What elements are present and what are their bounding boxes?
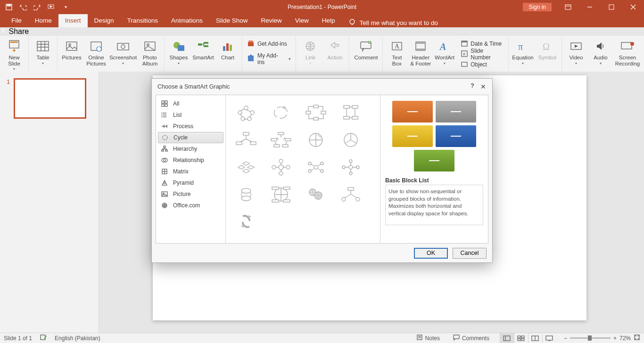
dialog-close-button[interactable]: ✕ [478, 82, 488, 92]
normal-view-button[interactable] [500, 333, 514, 343]
category-matrix[interactable]: Matrix [156, 166, 225, 177]
category-hierarchy[interactable]: Hierarchy [156, 143, 225, 155]
table-button[interactable]: Table ▾ [32, 38, 54, 65]
tab-slideshow[interactable]: Slide Show [209, 14, 255, 27]
qat-customize-icon[interactable]: ▾ [60, 2, 71, 12]
comment-button[interactable]: Comment [352, 38, 380, 61]
symbol-button[interactable]: Ω Symbol [536, 38, 559, 61]
maximize-button[interactable] [601, 0, 622, 14]
tab-insert[interactable]: Insert [58, 14, 88, 27]
tab-transitions[interactable]: Transitions [121, 14, 165, 27]
tab-home[interactable]: Home [28, 14, 58, 27]
slideshow-view-button[interactable] [542, 333, 556, 343]
gallery-item[interactable] [230, 182, 263, 207]
reading-view-button[interactable] [528, 333, 542, 343]
gallery-item[interactable] [230, 100, 263, 125]
gallery-item[interactable] [299, 100, 332, 125]
ribbon-display-options-icon[interactable] [557, 0, 579, 14]
gallery-item[interactable] [299, 182, 332, 207]
spell-check-icon[interactable] [40, 334, 47, 342]
my-addins-button[interactable]: My Add-ins▾ [245, 54, 293, 64]
start-from-beginning-icon[interactable] [46, 2, 57, 12]
zoom-level[interactable]: 72% [619, 335, 631, 342]
equation-button[interactable]: π Equation ▾ [512, 38, 534, 65]
screenshot-button[interactable]: Screenshot ▾ [109, 38, 137, 65]
cancel-button[interactable]: Cancel [453, 248, 487, 259]
slide-counter[interactable]: Slide 1 of 1 [4, 335, 32, 342]
gallery-item[interactable] [264, 100, 297, 125]
comments-button[interactable]: Comments [450, 334, 492, 342]
smartart-button[interactable]: SmartArt [192, 38, 215, 61]
dialog-help-button[interactable]: ? [471, 82, 474, 89]
object-button[interactable]: Object [459, 59, 505, 70]
gallery-item[interactable] [334, 182, 367, 207]
gallery-item[interactable] [334, 100, 367, 125]
svg-rect-120 [283, 200, 290, 202]
gallery-item[interactable] [264, 182, 297, 207]
wordart-button[interactable]: A WordArt ▾ [434, 38, 456, 65]
zoom-slider[interactable] [570, 337, 611, 339]
category-cycle[interactable]: Cycle [158, 132, 223, 143]
svg-point-11 [69, 44, 71, 46]
category-relationship[interactable]: Relationship [156, 155, 225, 166]
tab-file[interactable]: File [5, 14, 28, 27]
close-button[interactable] [622, 0, 644, 14]
language-status[interactable]: English (Pakistan) [55, 335, 100, 342]
tab-design[interactable]: Design [88, 14, 121, 27]
slide-thumbnail[interactable] [14, 78, 86, 119]
svg-point-102 [279, 172, 283, 175]
gallery-item[interactable] [299, 127, 332, 153]
tell-me-search[interactable]: Tell me what you want to do [342, 18, 438, 27]
category-pyramid[interactable]: Pyramid [156, 177, 225, 188]
zoom-out-button[interactable]: − [564, 335, 567, 342]
gallery-item[interactable] [230, 127, 263, 153]
zoom-in-button[interactable]: + [613, 335, 617, 342]
undo-icon[interactable] [18, 2, 28, 12]
gallery-item[interactable] [264, 155, 297, 180]
header-footer-button[interactable]: Header & Footer [410, 38, 432, 66]
smartart-gallery[interactable] [226, 95, 380, 243]
redo-icon[interactable] [32, 2, 42, 12]
gallery-item[interactable] [230, 155, 263, 180]
gallery-item[interactable] [334, 127, 367, 153]
gallery-item[interactable] [230, 209, 263, 235]
get-addins-label: Get Add-ins [257, 41, 287, 47]
category-all[interactable]: All [156, 98, 225, 109]
gallery-item[interactable] [299, 155, 332, 180]
gallery-item[interactable] [334, 155, 367, 180]
gallery-item[interactable] [264, 127, 297, 153]
save-icon[interactable] [4, 2, 14, 12]
get-addins-button[interactable]: Get Add-ins [245, 39, 293, 49]
category-process[interactable]: Process [156, 121, 225, 132]
svg-rect-96 [282, 145, 288, 147]
link-button[interactable]: Link ▾ [299, 38, 322, 65]
sign-in-button[interactable]: Sign in [523, 3, 552, 11]
category-office-com[interactable]: Office.com [156, 200, 225, 211]
shapes-button[interactable]: Shapes ▾ [167, 38, 190, 65]
new-slide-button[interactable]: New Slide ▾ [3, 38, 25, 72]
screen-recording-button[interactable]: Screen Recording [614, 38, 641, 66]
tab-view[interactable]: View [289, 14, 315, 27]
ok-button[interactable]: OK [414, 248, 448, 259]
video-button[interactable]: Video ▾ [565, 38, 587, 65]
pictures-button[interactable]: Pictures [60, 38, 83, 61]
category-list-item[interactable]: List [156, 109, 225, 121]
photo-album-button[interactable]: Photo Album [139, 38, 161, 66]
action-button[interactable]: Action [323, 38, 346, 61]
thumbnail-pane[interactable]: 1 [0, 72, 99, 333]
tab-animations[interactable]: Animations [165, 14, 209, 27]
tab-help[interactable]: Help [315, 14, 342, 27]
slide-sorter-view-button[interactable] [514, 333, 528, 343]
minimize-button[interactable] [579, 0, 601, 14]
category-picture[interactable]: Picture [156, 188, 225, 200]
audio-button[interactable]: Audio ▾ [589, 38, 612, 65]
fit-to-window-button[interactable] [634, 334, 640, 342]
notes-button[interactable]: Notes [413, 334, 443, 342]
share-button[interactable]: Share [0, 27, 644, 36]
online-pictures-button[interactable]: Online Pictures [85, 38, 107, 66]
tab-review[interactable]: Review [254, 14, 288, 27]
svg-text:A: A [439, 41, 446, 52]
chart-button[interactable]: Chart [216, 38, 239, 61]
slide-number-button[interactable]: #Slide Number [459, 49, 505, 59]
text-box-button[interactable]: A Text Box [386, 38, 408, 66]
